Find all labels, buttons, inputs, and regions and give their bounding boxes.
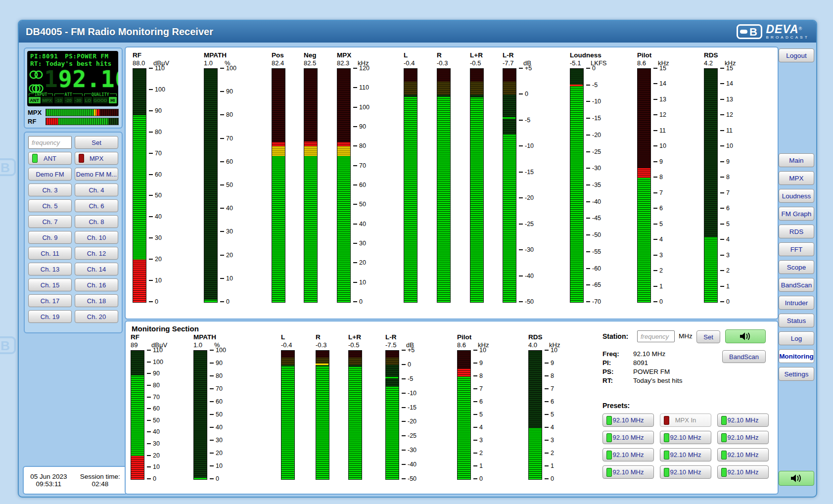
tick-dash <box>653 114 657 115</box>
channel-button-ch-10[interactable]: Ch. 10 <box>75 231 118 244</box>
scale-tick: 0 <box>210 475 219 482</box>
tick-label: 5 <box>479 411 483 418</box>
lcd-group-title: QUALITY <box>91 92 110 97</box>
tick-label: 1 <box>479 462 483 469</box>
scale-tick: 10 <box>545 347 557 354</box>
scale-tick: 80 <box>353 142 366 149</box>
preset-button-11[interactable]: 92.10 MHz <box>660 465 711 479</box>
preset-button-6[interactable]: 92.10 MHz <box>717 431 769 444</box>
channel-button-ch-19[interactable]: Ch. 19 <box>28 310 72 323</box>
scale-tick: 80 <box>149 129 162 136</box>
nav-tab-fft[interactable]: FFT <box>779 242 814 256</box>
channel-button-ch-16[interactable]: Ch. 16 <box>75 278 118 291</box>
bandscan-button[interactable]: BandScan <box>722 350 766 363</box>
logout-button[interactable]: Logout <box>779 48 814 62</box>
nav-tab-rds[interactable]: RDS <box>779 225 814 238</box>
station-frequency-input[interactable] <box>637 330 675 342</box>
channel-button-ch-12[interactable]: Ch. 12 <box>75 247 118 260</box>
tick-dash <box>653 270 657 271</box>
nav-tab-scope[interactable]: Scope <box>779 260 814 274</box>
scale-tick: 80 <box>220 111 233 118</box>
scale-tick: 0 <box>519 91 528 97</box>
scale-tick: 10 <box>473 347 486 354</box>
channel-button-ch-13[interactable]: Ch. 13 <box>28 263 72 275</box>
nav-tab-fm-graph[interactable]: FM Graph <box>779 207 814 221</box>
meter-bar <box>337 68 351 303</box>
preset-button-12[interactable]: 92.10 MHz <box>717 465 769 479</box>
tick-label: 30 <box>153 440 160 447</box>
scale-tick: +5 <box>402 347 415 354</box>
frequency-input[interactable] <box>28 136 72 149</box>
tick-dash <box>402 393 406 394</box>
tick-label: 90 <box>153 370 160 377</box>
channel-button-ch-18[interactable]: Ch. 18 <box>75 294 118 307</box>
scale-tick: -45 <box>586 215 601 222</box>
ant-source-button[interactable]: ANT <box>28 152 72 165</box>
channel-button-ch-17[interactable]: Ch. 17 <box>28 294 72 307</box>
channel-button-ch-4[interactable]: Ch. 4 <box>75 183 118 196</box>
channel-button-ch-14[interactable]: Ch. 14 <box>75 263 118 275</box>
preset-button-1[interactable]: 92.10 MHz <box>602 413 654 427</box>
scale-tick: 10 <box>353 279 366 286</box>
tick-label: 90 <box>226 88 233 95</box>
tick-label: 15 <box>659 65 666 72</box>
audio-monitor-button[interactable] <box>779 471 814 486</box>
tick-dash <box>653 255 657 256</box>
nav-tab-bandscan[interactable]: BandScan <box>779 278 814 292</box>
channel-button-demo-fm[interactable]: Demo FM <box>28 168 72 181</box>
nav-tab-main[interactable]: Main <box>779 153 814 167</box>
preset-button-7[interactable]: 92.10 MHz <box>602 448 654 461</box>
channel-button-ch-8[interactable]: Ch. 8 <box>75 215 118 228</box>
nav-tab-settings[interactable]: Settings <box>779 367 814 381</box>
deva-logo: B DEVA® BROADCAST <box>737 24 809 40</box>
channel-button-ch-11[interactable]: Ch. 11 <box>28 247 72 260</box>
preset-button-4[interactable]: 92.10 MHz <box>602 431 654 444</box>
tick-dash <box>519 249 523 250</box>
tick-label: -10 <box>592 98 601 105</box>
channel-button-ch-9[interactable]: Ch. 9 <box>28 231 72 244</box>
scale-tick: 6 <box>545 398 554 405</box>
set-button[interactable]: Set <box>75 136 118 149</box>
scale-tick: 15 <box>653 65 666 72</box>
station-set-button[interactable]: Set <box>696 330 720 343</box>
preset-button-9[interactable]: 92.10 MHz <box>717 448 769 461</box>
nav-tab-intruder[interactable]: Intruder <box>779 296 814 310</box>
scale-tick: 3 <box>545 437 554 444</box>
meter-scale: +50-5-10-15-20-25-30-40-50 <box>402 350 433 479</box>
tick-dash <box>220 255 224 256</box>
preset-button-3[interactable]: 92.10 MHz <box>717 413 769 427</box>
mpx-source-button[interactable]: MPX <box>75 152 118 165</box>
scale-tick: 7 <box>653 189 663 196</box>
channel-button-demo-fm-m[interactable]: Demo FM M... <box>75 168 118 181</box>
nav-tab-status[interactable]: Status <box>779 314 814 327</box>
preset-button-5[interactable]: 92.10 MHz <box>660 431 711 444</box>
tick-label: 2 <box>551 450 554 457</box>
tick-label: 10 <box>479 347 486 354</box>
tick-label: 0 <box>359 298 363 305</box>
preset-button-10[interactable]: 92.10 MHz <box>602 465 654 479</box>
scale-tick: 50 <box>353 201 366 208</box>
tick-dash <box>147 443 151 444</box>
channel-button-ch-3[interactable]: Ch. 3 <box>28 183 72 196</box>
tick-label: 0 <box>726 298 730 305</box>
channel-button-ch-20[interactable]: Ch. 20 <box>75 310 118 323</box>
nav-tab-monitoring[interactable]: Monitoring <box>779 349 814 363</box>
scale-tick: 90 <box>353 123 366 130</box>
nav-tab-mpx[interactable]: MPX <box>779 171 814 185</box>
preset-button-8[interactable]: 92.10 MHz <box>660 448 711 461</box>
channel-button-ch-5[interactable]: Ch. 5 <box>28 199 72 212</box>
scale-tick: 12 <box>653 111 666 118</box>
nav-tab-loudness[interactable]: Loudness <box>779 189 814 203</box>
scale-tick: -25 <box>402 432 416 439</box>
channel-button-ch-7[interactable]: Ch. 7 <box>28 215 72 228</box>
tick-dash <box>545 427 549 428</box>
channel-button-ch-15[interactable]: Ch. 15 <box>28 278 72 291</box>
tuner-panel: Set ANT MPX Demo FMDemo FM M...Ch. 3Ch. … <box>24 132 123 333</box>
bracket-line <box>29 93 34 96</box>
preset-button-2[interactable]: MPX In <box>660 413 711 427</box>
listen-button[interactable] <box>725 329 766 343</box>
tick-dash <box>353 126 357 127</box>
channel-button-ch-6[interactable]: Ch. 6 <box>75 199 118 212</box>
scale-tick: 2 <box>545 450 554 457</box>
nav-tab-log[interactable]: Log <box>779 331 814 345</box>
